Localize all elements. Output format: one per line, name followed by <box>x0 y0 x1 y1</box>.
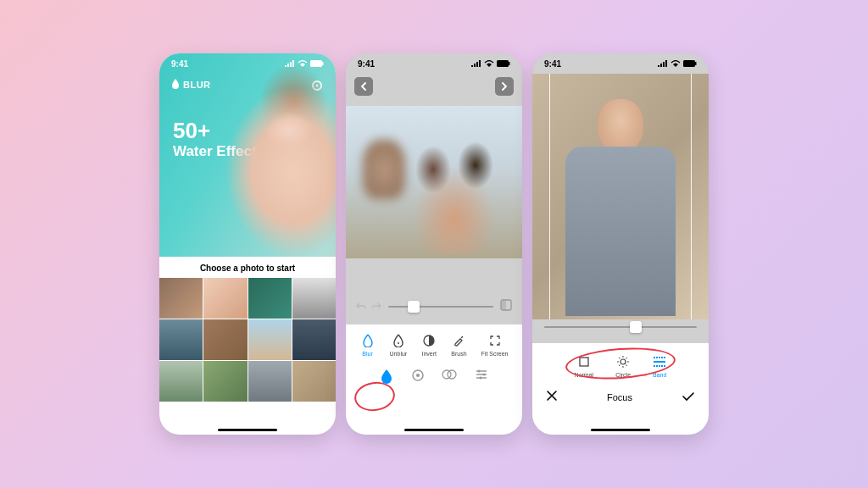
editor-canvas[interactable] <box>346 106 522 258</box>
wifi-icon <box>484 60 494 67</box>
tool-invert[interactable]: Invert <box>421 333 437 357</box>
mode-focus[interactable] <box>411 369 425 387</box>
svg-rect-45 <box>656 357 658 358</box>
tool-label: Unblur <box>390 351 408 357</box>
intensity-slider[interactable] <box>544 326 697 328</box>
wifi-icon <box>298 60 308 67</box>
photo-thumb[interactable] <box>248 361 292 402</box>
photo-thumb[interactable] <box>292 361 336 402</box>
photo-thumb[interactable] <box>203 361 247 402</box>
headline-text: Water Effects <box>173 143 264 160</box>
svg-rect-15 <box>501 300 506 310</box>
square-icon <box>577 355 591 369</box>
forward-button[interactable] <box>495 77 514 96</box>
svg-point-7 <box>316 85 319 87</box>
svg-rect-47 <box>661 357 663 358</box>
tool-label: Brush <box>451 351 466 357</box>
mode-adjust[interactable] <box>475 369 488 387</box>
battery-icon <box>683 60 697 67</box>
photo-thumb[interactable] <box>159 319 203 360</box>
svg-rect-34 <box>580 358 588 366</box>
title-row: Focus <box>532 385 709 405</box>
svg-rect-28 <box>658 65 659 67</box>
slider-row <box>532 326 709 328</box>
svg-rect-49 <box>654 361 665 363</box>
svg-point-16 <box>398 342 399 344</box>
focus-mode-label: Normal <box>575 372 594 378</box>
mode-blur[interactable] <box>380 369 393 387</box>
svg-rect-13 <box>509 62 510 65</box>
tool-unblur[interactable]: Unblur <box>390 333 408 357</box>
svg-rect-46 <box>659 357 660 358</box>
focus-mode-normal[interactable]: Normal <box>575 355 594 378</box>
slider-thumb[interactable] <box>630 321 642 333</box>
status-bar: 9:41 <box>346 53 522 74</box>
bottom-panel: Normal Circle Band Focus <box>532 343 709 435</box>
home-indicator[interactable] <box>218 429 277 431</box>
photo-thumb[interactable] <box>159 278 203 319</box>
focus-mode-label: Circle <box>615 372 631 378</box>
phone-screen-editor: 9:41 Blur Unblur <box>346 53 522 435</box>
focus-mode-band[interactable]: Band <box>653 355 666 378</box>
photo-thumb[interactable] <box>159 361 203 402</box>
photo-thumb[interactable] <box>248 319 292 360</box>
svg-rect-9 <box>474 64 476 67</box>
undo-button[interactable] <box>356 299 366 314</box>
tool-fit-screen[interactable]: Fit Screen <box>481 333 509 357</box>
tool-blur[interactable]: Blur <box>360 333 376 357</box>
svg-rect-10 <box>476 62 478 67</box>
droplet-outline-icon <box>360 333 376 348</box>
status-bar: 9:41 <box>532 53 709 74</box>
svg-rect-53 <box>661 365 663 367</box>
cancel-button[interactable] <box>546 390 558 405</box>
svg-rect-33 <box>695 62 697 65</box>
confirm-button[interactable] <box>682 390 695 405</box>
photo-thumb[interactable] <box>292 319 336 360</box>
slider-thumb[interactable] <box>408 301 420 313</box>
signal-icon <box>471 60 481 67</box>
focus-mode-circle[interactable]: Circle <box>615 355 631 378</box>
svg-line-41 <box>626 365 628 367</box>
home-indicator[interactable] <box>591 429 650 431</box>
svg-rect-44 <box>654 357 655 358</box>
signal-icon <box>658 60 668 67</box>
bottom-panel: Blur Unblur Invert Brush Fit Screen <box>346 324 522 435</box>
undo-redo <box>356 299 381 314</box>
svg-rect-1 <box>287 64 289 67</box>
photo-thumb[interactable] <box>203 319 247 360</box>
mode-overlay[interactable] <box>442 369 457 387</box>
svg-rect-31 <box>665 60 667 67</box>
home-indicator[interactable] <box>404 429 464 431</box>
compare-button[interactable] <box>500 299 512 314</box>
svg-rect-4 <box>310 60 322 67</box>
brand-text: BLUR <box>183 80 211 90</box>
photo-grid <box>159 278 336 435</box>
nav-row <box>346 77 522 96</box>
svg-rect-2 <box>290 62 292 67</box>
svg-point-6 <box>313 81 321 90</box>
settings-button[interactable] <box>310 79 324 96</box>
back-button[interactable] <box>354 77 373 96</box>
slider-row <box>346 299 522 314</box>
phone-screen-home: 9:41 BLUR 50+ Water Effects Choose a pho… <box>159 53 336 435</box>
redo-button[interactable] <box>371 299 381 314</box>
focus-mode-label: Band <box>653 372 666 378</box>
headline-count: 50+ <box>173 119 264 141</box>
photo-thumb[interactable] <box>248 278 292 319</box>
svg-rect-30 <box>663 62 665 67</box>
svg-rect-50 <box>654 365 655 367</box>
svg-rect-29 <box>660 64 662 67</box>
svg-rect-8 <box>471 65 473 67</box>
svg-rect-12 <box>497 60 509 67</box>
photo-thumb[interactable] <box>203 278 247 319</box>
droplet-plus-icon <box>391 333 406 348</box>
svg-point-27 <box>479 377 481 380</box>
editor-canvas[interactable] <box>532 74 709 319</box>
contrast-icon <box>421 333 437 348</box>
tool-brush[interactable]: Brush <box>451 333 466 357</box>
tool-label: Blur <box>362 351 372 357</box>
intensity-slider[interactable] <box>388 306 493 308</box>
status-icons <box>471 60 510 67</box>
hero-banner: BLUR 50+ Water Effects <box>159 53 336 257</box>
photo-thumb[interactable] <box>292 278 336 319</box>
